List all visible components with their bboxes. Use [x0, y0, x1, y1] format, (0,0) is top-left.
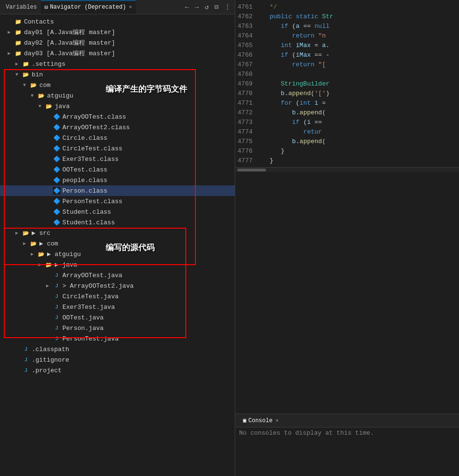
- tree-item-Exer3Test-java[interactable]: J Exer3Test.java: [0, 302, 235, 312]
- PersonTest-java-label: PersonTest.java: [62, 335, 119, 342]
- class-icon: 🔷: [53, 155, 60, 163]
- tree-item-Person-class[interactable]: 🔷 Person.class: [0, 185, 235, 196]
- code-line-4768: 4768: [235, 69, 459, 79]
- tree-item-settings[interactable]: ▶ 📁 .settings: [0, 59, 235, 69]
- Circle-class-label: Circle.class: [62, 134, 108, 142]
- tree-item-gitignore[interactable]: J .gitignore: [0, 354, 235, 365]
- tree-item-ArrayOOTest-class[interactable]: 🔷 ArrayOOTest.class: [0, 111, 235, 122]
- variables-tab-label: Variables: [6, 4, 37, 11]
- ArrayOOTest-class-label: ArrayOOTest.class: [62, 113, 126, 121]
- CircleTest-class-label: CircleTest.class: [62, 145, 122, 152]
- OOTest-class-label: OOTest.class: [62, 166, 108, 173]
- ArrayOOTest2-class-label: ArrayOOTest2.class: [62, 124, 130, 131]
- class-icon: 🔷: [53, 113, 60, 121]
- nav-refresh-btn[interactable]: ↺: [203, 2, 210, 12]
- bin-label: bin: [32, 71, 43, 78]
- tree-item-com2[interactable]: ▶ 📂 ▶ com: [0, 238, 235, 249]
- nav-collapse-btn[interactable]: ⊟: [213, 2, 220, 12]
- arrow-icon: ▶: [46, 283, 53, 289]
- code-line-4766: 4766 if (iMax == -: [235, 50, 459, 60]
- tree-item-day03[interactable]: ▶ 📁 day03 [A.Java编程 master]: [0, 48, 235, 59]
- class-icon: 🔷: [53, 219, 60, 226]
- tree-item-src[interactable]: ▶ 📂 ▶ src: [0, 228, 235, 238]
- code-lines: 4761 */ 4762 public static Str 4763 if (…: [235, 0, 459, 167]
- classpath-label: .classpath: [32, 346, 69, 353]
- left-panel-inner: 📁 Contacts ▶ 📁 day01 [A.Java编程 master] 📁…: [0, 14, 235, 476]
- folder-icon: 📁: [14, 49, 22, 57]
- arrow-icon: ▼: [38, 104, 45, 109]
- tree-item-OOTest-class[interactable]: 🔷 OOTest.class: [0, 164, 235, 175]
- tree-item-CircleTest-class[interactable]: 🔷 CircleTest.class: [0, 143, 235, 154]
- nav-back-btn[interactable]: ←: [183, 2, 191, 12]
- tree-item-Circle-class[interactable]: 🔷 Circle.class: [0, 133, 235, 143]
- tree-item-day02[interactable]: 📁 day02 [A.Java编程 master]: [0, 37, 235, 48]
- tree-item-PersonTest-java[interactable]: J PersonTest.java: [0, 333, 235, 344]
- tree-item-classpath[interactable]: J .classpath: [0, 344, 235, 354]
- tab-variables[interactable]: Variables: [2, 0, 41, 14]
- tree-item-project[interactable]: J .project: [0, 365, 235, 376]
- Student-class-label: Student.class: [62, 208, 111, 216]
- tab-bar: Variables ⊟ Navigator (Deprecated) × ← →…: [0, 0, 235, 14]
- console-tab-close[interactable]: ×: [276, 418, 279, 424]
- folder-icon: 📁: [22, 60, 30, 68]
- tree-item-PersonTest-class[interactable]: 🔷 PersonTest.class: [0, 196, 235, 207]
- src-label: ▶ src: [32, 229, 50, 237]
- folder-icon: 📂: [45, 261, 53, 269]
- tree-item-com[interactable]: ▼ 📂 com: [0, 80, 235, 90]
- navigator-icon: ⊟: [45, 4, 48, 11]
- tree-item-java[interactable]: ▼ 📂 java: [0, 101, 235, 111]
- nav-menu-btn[interactable]: ⋮: [222, 2, 233, 12]
- tree-item-contacts[interactable]: 📁 Contacts: [0, 16, 235, 27]
- tree-item-people-class[interactable]: 🔷 people.class: [0, 175, 235, 185]
- day03-label: day03 [A.Java编程 master]: [24, 49, 115, 58]
- file-icon: J: [22, 356, 30, 364]
- java-file-icon: J: [53, 282, 60, 290]
- code-line-4770: 4770 b.append('['): [235, 88, 459, 98]
- console-tab[interactable]: ▣ Console ×: [239, 414, 282, 427]
- tree-item-OOTest-java[interactable]: J OOTest.java: [0, 312, 235, 323]
- console-tab-label: Console: [248, 417, 272, 424]
- code-line-4771: 4771 for (int i =: [235, 98, 459, 108]
- day02-label: day02 [A.Java编程 master]: [24, 38, 115, 47]
- code-line-4762: 4762 public static Str: [235, 12, 459, 21]
- navigator-tab-close[interactable]: ×: [129, 4, 132, 10]
- tree-item-java2[interactable]: ▶ 📂 ▶ java: [0, 259, 235, 270]
- code-line-4773: 4773 if (i ==: [235, 117, 459, 127]
- tab-navigator[interactable]: ⊟ Navigator (Deprecated) ×: [41, 0, 136, 14]
- arrow-icon: ▶: [15, 61, 22, 67]
- arrow-icon: ▼: [15, 72, 22, 77]
- contacts-label: Contacts: [24, 18, 54, 25]
- folder-icon: 📂: [22, 229, 30, 237]
- code-line-4772: 4772 b.append(: [235, 108, 459, 117]
- folder-open-icon: 📂: [45, 102, 53, 110]
- code-line-4769: 4769 StringBuilder: [235, 79, 459, 88]
- tree-item-Student1-class[interactable]: 🔷 Student1.class: [0, 217, 235, 228]
- tree-item-Exer3Test-class[interactable]: 🔷 Exer3Test.class: [0, 154, 235, 164]
- atguigu2-label: ▶ atguigu: [47, 250, 81, 258]
- Student1-class-label: Student1.class: [62, 219, 115, 226]
- tree-item-bin[interactable]: ▼ 📂 bin: [0, 69, 235, 80]
- Exer3Test-java-label: Exer3Test.java: [62, 304, 115, 311]
- tree-item-Person-java[interactable]: J Person.java: [0, 323, 235, 333]
- ArrayOOTest-java-label: ArrayOOTest.java: [62, 272, 122, 279]
- class-icon: 🔷: [53, 176, 60, 184]
- code-editor[interactable]: 4761 */ 4762 public static Str 4763 if (…: [235, 0, 459, 414]
- scrollbar-thumb[interactable]: [237, 169, 266, 171]
- class-icon: 🔷: [53, 134, 60, 142]
- file-icon: J: [22, 345, 30, 353]
- tree-item-day01[interactable]: ▶ 📁 day01 [A.Java编程 master]: [0, 27, 235, 37]
- file-tree[interactable]: 📁 Contacts ▶ 📁 day01 [A.Java编程 master] 📁…: [0, 14, 235, 378]
- CircleTest-java-label: CircleTest.java: [62, 293, 119, 300]
- code-line-4775: 4775 b.append(: [235, 136, 459, 146]
- tree-item-ArrayOOTest-java[interactable]: J ArrayOOTest.java: [0, 270, 235, 281]
- nav-forward-btn[interactable]: →: [193, 2, 201, 12]
- tree-item-atguigu2[interactable]: ▶ 📂 ▶ atguigu: [0, 249, 235, 259]
- class-icon: 🔷: [53, 187, 60, 195]
- tree-item-CircleTest-java[interactable]: J CircleTest.java: [0, 291, 235, 302]
- horizontal-scrollbar[interactable]: [235, 167, 459, 172]
- tree-item-ArrayOOTest2-java[interactable]: ▶ J > ArrayOOTest2.java: [0, 281, 235, 291]
- no-consoles-text: No consoles to display at this time.: [239, 429, 374, 437]
- tree-item-atguigu[interactable]: ▼ 📂 atguigu: [0, 90, 235, 101]
- tree-item-ArrayOOTest2-class[interactable]: 🔷 ArrayOOTest2.class: [0, 122, 235, 133]
- tree-item-Student-class[interactable]: 🔷 Student.class: [0, 207, 235, 217]
